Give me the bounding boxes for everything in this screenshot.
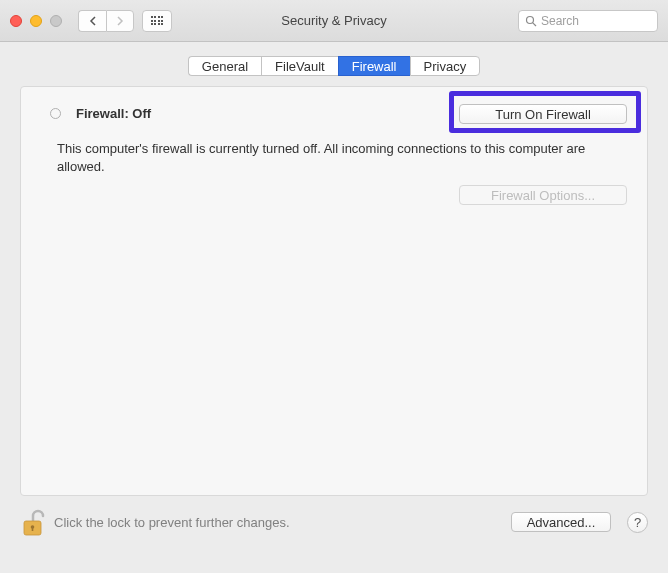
tab-firewall[interactable]: Firewall xyxy=(338,56,410,76)
window-title: Security & Privacy xyxy=(281,13,386,28)
title-bar: Security & Privacy Search xyxy=(0,0,668,42)
show-all-button[interactable] xyxy=(142,10,172,32)
forward-button[interactable] xyxy=(106,10,134,32)
tab-filevault[interactable]: FileVault xyxy=(261,56,338,76)
turn-on-firewall-button[interactable]: Turn On Firewall xyxy=(459,104,627,124)
tab-privacy[interactable]: Privacy xyxy=(410,56,481,76)
traffic-lights xyxy=(10,15,62,27)
firewall-description: This computer's firewall is currently tu… xyxy=(57,140,591,175)
tab-general[interactable]: General xyxy=(188,56,261,76)
chevron-right-icon xyxy=(116,16,124,26)
lock-button[interactable] xyxy=(22,508,44,536)
search-input[interactable]: Search xyxy=(518,10,658,32)
advanced-button[interactable]: Advanced... xyxy=(511,512,611,532)
help-button[interactable]: ? xyxy=(627,512,648,533)
grid-icon xyxy=(151,16,164,25)
firewall-status-row: Firewall: Off Turn On Firewall xyxy=(37,103,631,124)
status-indicator-icon xyxy=(50,108,61,119)
nav-buttons xyxy=(78,10,134,32)
svg-line-1 xyxy=(533,22,536,25)
svg-point-0 xyxy=(527,16,534,23)
lock-open-icon xyxy=(22,508,46,538)
firewall-options-button: Firewall Options... xyxy=(459,185,627,205)
search-icon xyxy=(525,15,537,27)
firewall-status-label: Firewall: Off xyxy=(76,106,151,121)
minimize-window-button[interactable] xyxy=(30,15,42,27)
content-area: General FileVault Firewall Privacy Firew… xyxy=(0,42,668,496)
svg-rect-4 xyxy=(32,527,34,531)
chevron-left-icon xyxy=(89,16,97,26)
search-placeholder: Search xyxy=(541,14,579,28)
close-window-button[interactable] xyxy=(10,15,22,27)
lock-hint-text: Click the lock to prevent further change… xyxy=(54,515,290,530)
back-button[interactable] xyxy=(78,10,106,32)
footer: Click the lock to prevent further change… xyxy=(0,496,668,536)
firewall-panel: Firewall: Off Turn On Firewall This comp… xyxy=(20,86,648,496)
maximize-window-button xyxy=(50,15,62,27)
tab-bar: General FileVault Firewall Privacy xyxy=(20,56,648,76)
